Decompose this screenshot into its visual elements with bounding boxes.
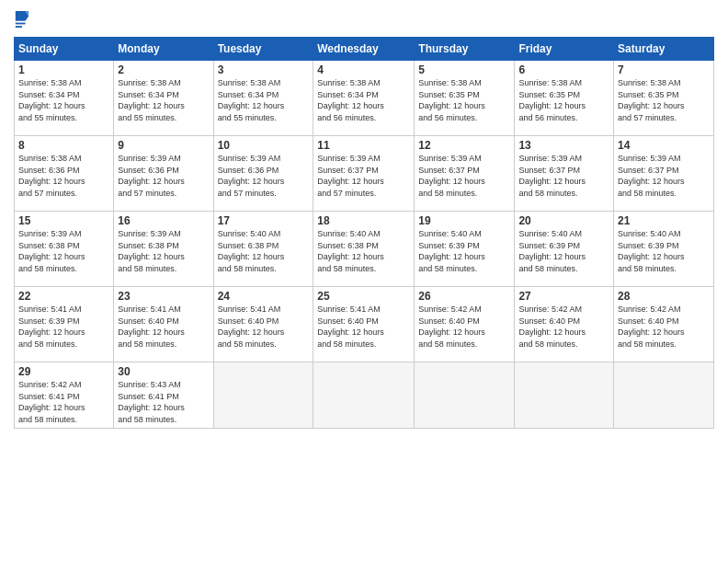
calendar-cell: 30Sunrise: 5:43 AMSunset: 6:41 PMDayligh… <box>114 362 213 429</box>
calendar-cell <box>515 362 614 429</box>
day-info: Sunrise: 5:39 AMSunset: 6:37 PMDaylight:… <box>618 153 710 199</box>
calendar-cell: 8Sunrise: 5:38 AMSunset: 6:36 PMDaylight… <box>15 136 114 212</box>
day-info: Sunrise: 5:41 AMSunset: 6:40 PMDaylight:… <box>317 304 410 350</box>
day-number: 15 <box>18 214 109 227</box>
day-info: Sunrise: 5:43 AMSunset: 6:41 PMDaylight:… <box>118 379 209 425</box>
calendar-cell: 28Sunrise: 5:42 AMSunset: 6:40 PMDayligh… <box>614 287 714 362</box>
calendar-cell: 26Sunrise: 5:42 AMSunset: 6:40 PMDayligh… <box>415 287 515 362</box>
calendar-table: Sunday Monday Tuesday Wednesday Thursday… <box>14 37 714 429</box>
calendar-cell: 17Sunrise: 5:40 AMSunset: 6:38 PMDayligh… <box>213 212 313 287</box>
day-number: 21 <box>618 214 710 227</box>
calendar-cell: 21Sunrise: 5:40 AMSunset: 6:39 PMDayligh… <box>614 212 714 287</box>
day-number: 29 <box>18 365 109 378</box>
day-info: Sunrise: 5:38 AMSunset: 6:34 PMDaylight:… <box>18 77 109 123</box>
calendar-cell: 16Sunrise: 5:39 AMSunset: 6:38 PMDayligh… <box>114 212 213 287</box>
day-info: Sunrise: 5:39 AMSunset: 6:37 PMDaylight:… <box>418 153 510 199</box>
calendar-cell: 20Sunrise: 5:40 AMSunset: 6:39 PMDayligh… <box>515 212 614 287</box>
day-info: Sunrise: 5:42 AMSunset: 6:40 PMDaylight:… <box>618 304 710 350</box>
day-info: Sunrise: 5:39 AMSunset: 6:38 PMDaylight:… <box>118 228 209 274</box>
day-number: 10 <box>218 139 310 152</box>
day-info: Sunrise: 5:41 AMSunset: 6:39 PMDaylight:… <box>18 304 109 350</box>
day-number: 22 <box>18 290 109 303</box>
logo-icon <box>14 9 30 29</box>
svg-rect-3 <box>16 26 22 28</box>
calendar-cell: 29Sunrise: 5:42 AMSunset: 6:41 PMDayligh… <box>15 362 114 429</box>
day-number: 13 <box>518 139 609 152</box>
col-monday: Monday <box>114 38 213 61</box>
calendar-cell: 3Sunrise: 5:38 AMSunset: 6:34 PMDaylight… <box>213 61 313 136</box>
calendar-cell: 4Sunrise: 5:38 AMSunset: 6:34 PMDaylight… <box>313 61 415 136</box>
day-info: Sunrise: 5:39 AMSunset: 6:37 PMDaylight:… <box>317 153 410 199</box>
col-saturday: Saturday <box>614 38 714 61</box>
day-info: Sunrise: 5:38 AMSunset: 6:35 PMDaylight:… <box>518 77 609 123</box>
day-number: 3 <box>218 63 310 76</box>
day-info: Sunrise: 5:39 AMSunset: 6:36 PMDaylight:… <box>118 153 209 199</box>
calendar-page: Sunday Monday Tuesday Wednesday Thursday… <box>0 0 728 563</box>
calendar-cell: 25Sunrise: 5:41 AMSunset: 6:40 PMDayligh… <box>313 287 415 362</box>
col-friday: Friday <box>515 38 614 61</box>
day-number: 17 <box>218 214 310 227</box>
day-number: 16 <box>118 214 209 227</box>
col-wednesday: Wednesday <box>313 38 415 61</box>
calendar-header-row: Sunday Monday Tuesday Wednesday Thursday… <box>15 38 714 61</box>
col-thursday: Thursday <box>415 38 515 61</box>
day-number: 6 <box>518 63 609 76</box>
day-number: 11 <box>317 139 410 152</box>
svg-rect-2 <box>16 23 26 25</box>
calendar-cell: 2Sunrise: 5:38 AMSunset: 6:34 PMDaylight… <box>114 61 213 136</box>
day-number: 5 <box>418 63 510 76</box>
day-info: Sunrise: 5:40 AMSunset: 6:38 PMDaylight:… <box>317 228 410 274</box>
day-info: Sunrise: 5:40 AMSunset: 6:39 PMDaylight:… <box>518 228 609 274</box>
calendar-cell: 13Sunrise: 5:39 AMSunset: 6:37 PMDayligh… <box>515 136 614 212</box>
calendar-cell <box>213 362 313 429</box>
day-info: Sunrise: 5:39 AMSunset: 6:37 PMDaylight:… <box>518 153 609 199</box>
day-number: 1 <box>18 63 109 76</box>
calendar-cell: 5Sunrise: 5:38 AMSunset: 6:35 PMDaylight… <box>415 61 515 136</box>
day-number: 12 <box>418 139 510 152</box>
day-number: 2 <box>118 63 209 76</box>
calendar-cell: 24Sunrise: 5:41 AMSunset: 6:40 PMDayligh… <box>213 287 313 362</box>
day-info: Sunrise: 5:40 AMSunset: 6:39 PMDaylight:… <box>618 228 710 274</box>
day-info: Sunrise: 5:42 AMSunset: 6:41 PMDaylight:… <box>18 379 109 425</box>
day-number: 28 <box>618 290 710 303</box>
day-number: 30 <box>118 365 209 378</box>
day-info: Sunrise: 5:39 AMSunset: 6:38 PMDaylight:… <box>18 228 109 274</box>
day-info: Sunrise: 5:38 AMSunset: 6:34 PMDaylight:… <box>218 77 310 123</box>
day-info: Sunrise: 5:38 AMSunset: 6:36 PMDaylight:… <box>18 153 109 199</box>
day-info: Sunrise: 5:40 AMSunset: 6:39 PMDaylight:… <box>418 228 510 274</box>
col-tuesday: Tuesday <box>213 38 313 61</box>
calendar-cell: 15Sunrise: 5:39 AMSunset: 6:38 PMDayligh… <box>15 212 114 287</box>
day-number: 25 <box>317 290 410 303</box>
col-sunday: Sunday <box>15 38 114 61</box>
calendar-cell: 23Sunrise: 5:41 AMSunset: 6:40 PMDayligh… <box>114 287 213 362</box>
logo <box>14 9 34 29</box>
calendar-cell: 12Sunrise: 5:39 AMSunset: 6:37 PMDayligh… <box>415 136 515 212</box>
day-info: Sunrise: 5:38 AMSunset: 6:35 PMDaylight:… <box>618 77 710 123</box>
calendar-cell <box>415 362 515 429</box>
day-info: Sunrise: 5:40 AMSunset: 6:38 PMDaylight:… <box>218 228 310 274</box>
calendar-cell: 18Sunrise: 5:40 AMSunset: 6:38 PMDayligh… <box>313 212 415 287</box>
calendar-cell: 14Sunrise: 5:39 AMSunset: 6:37 PMDayligh… <box>614 136 714 212</box>
calendar-cell <box>614 362 714 429</box>
calendar-cell: 22Sunrise: 5:41 AMSunset: 6:39 PMDayligh… <box>15 287 114 362</box>
calendar-cell: 27Sunrise: 5:42 AMSunset: 6:40 PMDayligh… <box>515 287 614 362</box>
day-number: 19 <box>418 214 510 227</box>
day-info: Sunrise: 5:42 AMSunset: 6:40 PMDaylight:… <box>518 304 609 350</box>
day-number: 7 <box>618 63 710 76</box>
calendar-cell: 10Sunrise: 5:39 AMSunset: 6:36 PMDayligh… <box>213 136 313 212</box>
day-info: Sunrise: 5:41 AMSunset: 6:40 PMDaylight:… <box>218 304 310 350</box>
day-number: 14 <box>618 139 710 152</box>
day-number: 27 <box>518 290 609 303</box>
day-number: 23 <box>118 290 209 303</box>
day-number: 18 <box>317 214 410 227</box>
day-info: Sunrise: 5:38 AMSunset: 6:34 PMDaylight:… <box>118 77 209 123</box>
day-info: Sunrise: 5:38 AMSunset: 6:34 PMDaylight:… <box>317 77 410 123</box>
calendar-cell: 6Sunrise: 5:38 AMSunset: 6:35 PMDaylight… <box>515 61 614 136</box>
day-info: Sunrise: 5:38 AMSunset: 6:35 PMDaylight:… <box>418 77 510 123</box>
day-info: Sunrise: 5:41 AMSunset: 6:40 PMDaylight:… <box>118 304 209 350</box>
day-number: 20 <box>518 214 609 227</box>
page-header <box>14 9 714 29</box>
day-number: 9 <box>118 139 209 152</box>
calendar-cell: 19Sunrise: 5:40 AMSunset: 6:39 PMDayligh… <box>415 212 515 287</box>
calendar-cell: 9Sunrise: 5:39 AMSunset: 6:36 PMDaylight… <box>114 136 213 212</box>
